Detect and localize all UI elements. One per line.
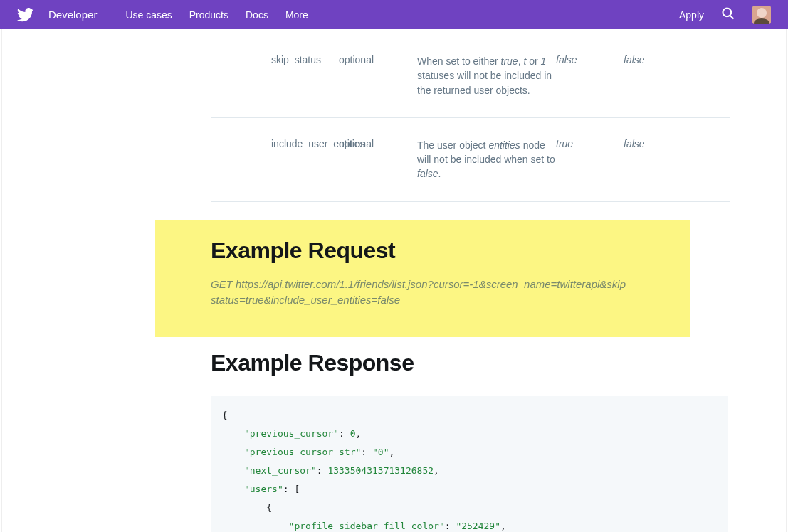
content: skip_statusoptionalWhen set to either tr… [1, 29, 787, 532]
search-icon[interactable] [721, 6, 735, 23]
code-line: "next_cursor": 1333504313713126852, [211, 462, 728, 480]
param-name: include_user_entities [211, 138, 339, 149]
nav-usecases[interactable]: Use cases [125, 9, 172, 21]
param-example: false [624, 54, 673, 65]
twitter-logo-icon[interactable] [17, 8, 34, 22]
apply-link[interactable]: Apply [679, 9, 704, 21]
param-description: The user object entities node will not b… [417, 138, 556, 181]
nav-links: Use cases Products Docs More [125, 9, 308, 21]
code-line: { [211, 499, 728, 517]
param-row: skip_statusoptionalWhen set to either tr… [211, 29, 730, 118]
param-name: skip_status [211, 54, 339, 65]
example-response-code: { "previous_cursor": 0, "previous_cursor… [211, 396, 728, 532]
nav-more[interactable]: More [285, 9, 308, 21]
code-line: "profile_sidebar_fill_color": "252429", [211, 517, 728, 532]
param-description: When set to either true, t or 1 statuses… [417, 54, 556, 97]
code-line: "previous_cursor_str": "0", [211, 443, 728, 462]
brand-label[interactable]: Developer [48, 9, 97, 21]
params-table: skip_statusoptionalWhen set to either tr… [211, 29, 730, 202]
example-request-section: Example Request GET https://api.twitter.… [155, 220, 690, 337]
svg-point-0 [723, 8, 732, 16]
code-line: { [211, 406, 728, 425]
code-line: "previous_cursor": 0, [211, 425, 728, 443]
example-response-heading: Example Response [211, 350, 786, 376]
param-required: optional [339, 54, 417, 65]
nav-products[interactable]: Products [189, 9, 228, 21]
example-request-heading: Example Request [211, 238, 635, 264]
avatar[interactable] [752, 6, 771, 24]
param-required: optional [339, 138, 417, 149]
param-example: false [624, 138, 673, 149]
param-default: false [556, 54, 624, 65]
nav-docs[interactable]: Docs [246, 9, 268, 21]
svg-line-1 [730, 15, 734, 18]
navbar: Developer Use cases Products Docs More A… [0, 0, 788, 29]
param-row: include_user_entitiesoptionalThe user ob… [211, 118, 730, 202]
code-line: "users": [ [211, 480, 728, 499]
example-request-url: GET https://api.twitter.com/1.1/friends/… [211, 277, 635, 309]
param-default: true [556, 138, 624, 149]
